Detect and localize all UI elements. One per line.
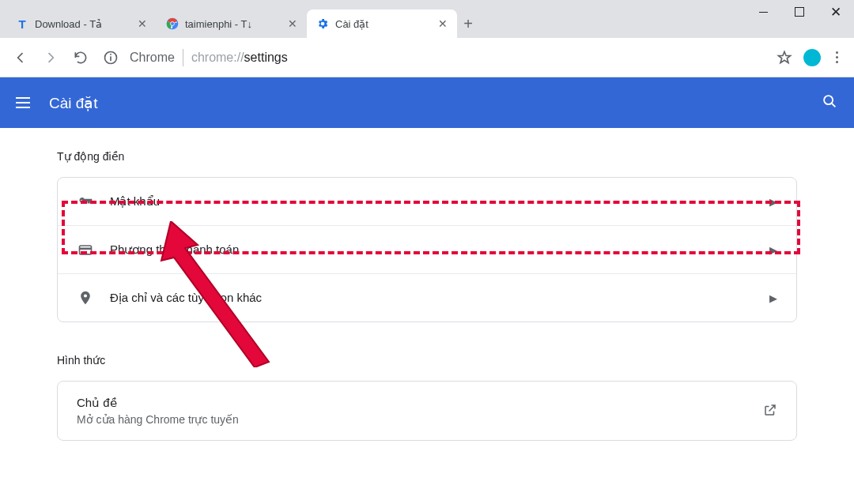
svg-rect-4 xyxy=(110,56,111,61)
settings-menu-button[interactable] xyxy=(16,97,30,108)
row-label: Mật khẩu xyxy=(110,194,754,209)
address-bar[interactable]: Chrome chrome://settings xyxy=(100,47,765,69)
theme-row[interactable]: Chủ đề Mở cửa hàng Chrome trực tuyến xyxy=(58,382,796,440)
address-separator xyxy=(183,49,183,66)
chevron-right-icon: ▶ xyxy=(769,292,777,304)
menu-button[interactable] xyxy=(829,51,845,63)
payment-methods-row[interactable]: Phương thức thanh toán ▶ xyxy=(58,225,796,273)
open-external-icon xyxy=(763,403,777,419)
tab-close-icon[interactable]: ✕ xyxy=(138,17,147,30)
addresses-row[interactable]: Địa chỉ và các tùy chọn khác ▶ xyxy=(58,273,796,322)
address-url: chrome://settings xyxy=(191,51,288,65)
section-title-autofill: Tự động điền xyxy=(57,150,797,163)
settings-header: Cài đặt xyxy=(0,77,854,128)
row-sublabel: Mở cửa hàng Chrome trực tuyến xyxy=(77,413,747,426)
svg-rect-8 xyxy=(80,248,92,250)
window-maximize-button[interactable] xyxy=(781,0,818,24)
new-tab-button[interactable]: + xyxy=(457,9,479,38)
location-pin-icon xyxy=(77,290,94,306)
key-icon xyxy=(77,194,94,209)
row-label: Chủ đề xyxy=(77,396,747,410)
tab-label: Download - Tả xyxy=(35,18,131,30)
browser-tabstrip: T Download - Tả ✕ taimienphi - T↓ ✕ Cài … xyxy=(0,0,854,38)
section-title-appearance: Hình thức xyxy=(57,354,797,367)
window-minimize-button[interactable] xyxy=(745,0,781,24)
svg-point-2 xyxy=(171,22,174,25)
tab-label: taimienphi - T↓ xyxy=(185,18,282,30)
tab-close-icon[interactable]: ✕ xyxy=(438,17,448,30)
favicon-google-icon xyxy=(166,17,179,30)
row-label: Địa chỉ và các tùy chọn khác xyxy=(110,291,754,305)
reload-button[interactable] xyxy=(70,47,92,69)
favicon-t-icon: T xyxy=(16,17,28,30)
chevron-right-icon: ▶ xyxy=(769,244,777,256)
browser-toolbar: Chrome chrome://settings xyxy=(0,38,854,77)
settings-content: Tự động điền Mật khẩu ▶ Phương thức than… xyxy=(0,128,854,463)
settings-title: Cài đặt xyxy=(49,94,98,112)
passwords-row[interactable]: Mật khẩu ▶ xyxy=(58,178,796,225)
window-close-button[interactable]: ✕ xyxy=(818,0,854,24)
svg-rect-7 xyxy=(80,246,92,254)
profile-avatar[interactable] xyxy=(803,49,821,66)
address-chrome-label: Chrome xyxy=(130,51,175,65)
tab-label: Cài đặt xyxy=(335,18,432,30)
appearance-card: Chủ đề Mở cửa hàng Chrome trực tuyến xyxy=(57,381,797,441)
chevron-right-icon: ▶ xyxy=(769,196,777,208)
tab-download[interactable]: T Download - Tả ✕ xyxy=(6,9,157,38)
row-label: Phương thức thanh toán xyxy=(110,243,754,257)
svg-point-6 xyxy=(824,96,833,104)
forward-button[interactable] xyxy=(40,47,62,69)
window-controls: ✕ xyxy=(745,0,854,24)
bookmark-star-button[interactable] xyxy=(773,47,795,69)
back-button[interactable] xyxy=(9,47,32,69)
site-info-icon xyxy=(100,47,122,69)
tab-close-icon[interactable]: ✕ xyxy=(288,17,297,30)
favicon-gear-icon xyxy=(316,17,329,30)
tab-settings[interactable]: Cài đặt ✕ xyxy=(307,9,457,38)
svg-rect-5 xyxy=(110,54,111,55)
tab-taimienphi[interactable]: taimienphi - T↓ ✕ xyxy=(157,9,307,38)
credit-card-icon xyxy=(77,242,94,258)
autofill-card: Mật khẩu ▶ Phương thức thanh toán ▶ Địa … xyxy=(57,177,797,322)
settings-search-button[interactable] xyxy=(821,92,838,113)
